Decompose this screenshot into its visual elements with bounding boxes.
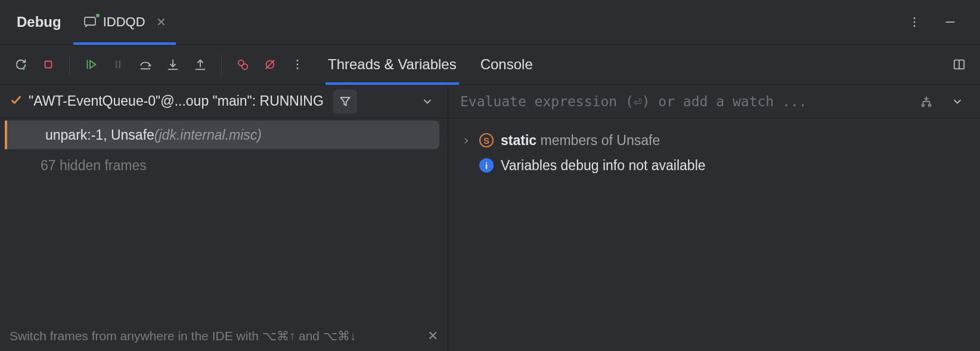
svg-rect-0 bbox=[85, 17, 95, 25]
run-config-tab-label: IDDQD bbox=[103, 14, 145, 30]
stop-button[interactable] bbox=[37, 53, 60, 76]
thread-dropdown-button[interactable] bbox=[417, 91, 438, 112]
svg-point-5 bbox=[23, 67, 25, 70]
more-actions-button[interactable] bbox=[286, 53, 309, 76]
main-split: "AWT-EventQueue-0"@...oup "main": RUNNIN… bbox=[0, 85, 980, 351]
svg-point-21 bbox=[297, 64, 299, 66]
frame-package: (jdk.internal.misc) bbox=[154, 127, 262, 143]
svg-point-28 bbox=[922, 104, 925, 106]
svg-marker-8 bbox=[90, 61, 95, 69]
svg-point-29 bbox=[929, 104, 931, 106]
svg-point-17 bbox=[242, 64, 247, 69]
tab-console-label: Console bbox=[480, 56, 533, 73]
minimize-button[interactable] bbox=[939, 11, 961, 33]
variable-static-label: static bbox=[501, 133, 536, 148]
info-badge-icon: i bbox=[479, 158, 494, 173]
svg-marker-25 bbox=[340, 97, 349, 105]
running-indicator-dot bbox=[95, 13, 101, 19]
close-tab-button[interactable]: ✕ bbox=[156, 15, 166, 29]
stack-frame[interactable]: unpark:-1, Unsafe (jdk.internal.misc) bbox=[5, 121, 439, 149]
step-into-button[interactable] bbox=[162, 53, 184, 76]
debug-toolbar: Threads & Variables Console bbox=[0, 45, 980, 85]
tab-threads-variables[interactable]: Threads & Variables bbox=[325, 45, 459, 84]
pause-button[interactable] bbox=[107, 53, 129, 76]
frames-panel: "AWT-EventQueue-0"@...oup "main": RUNNIN… bbox=[0, 85, 448, 351]
debug-tool-window-header: Debug IDDQD ✕ bbox=[0, 0, 980, 45]
svg-point-3 bbox=[914, 25, 916, 27]
svg-rect-6 bbox=[45, 61, 52, 68]
svg-point-2 bbox=[914, 21, 916, 23]
check-icon bbox=[10, 93, 23, 110]
svg-point-22 bbox=[297, 67, 299, 69]
run-config-icon bbox=[83, 15, 97, 29]
variable-row-static[interactable]: S static members of Unsafe bbox=[460, 128, 968, 153]
tip-bar: Switch frames from anywhere in the IDE w… bbox=[0, 321, 448, 351]
add-watch-button[interactable] bbox=[916, 91, 937, 112]
rerun-button[interactable] bbox=[10, 53, 32, 76]
mute-breakpoints-button[interactable] bbox=[259, 53, 281, 76]
svg-point-20 bbox=[297, 60, 299, 61]
thread-label[interactable]: "AWT-EventQueue-0"@...oup "main": RUNNIN… bbox=[29, 93, 324, 109]
run-config-tab[interactable]: IDDQD ✕ bbox=[73, 0, 176, 44]
step-over-button[interactable] bbox=[134, 53, 157, 76]
thread-selector-row: "AWT-EventQueue-0"@...oup "main": RUNNIN… bbox=[0, 85, 448, 118]
step-out-button[interactable] bbox=[189, 53, 212, 76]
tab-threads-variables-label: Threads & Variables bbox=[328, 56, 457, 73]
variables-panel: Evaluate expression (⏎) or add a watch .… bbox=[448, 85, 980, 351]
tool-window-title: Debug bbox=[5, 14, 73, 30]
static-badge-icon: S bbox=[479, 133, 494, 147]
variable-static-suffix: members of Unsafe bbox=[536, 133, 660, 148]
evaluate-expression-input[interactable]: Evaluate expression (⏎) or add a watch .… bbox=[460, 94, 906, 109]
tab-console[interactable]: Console bbox=[478, 45, 535, 84]
frames-list: unpark:-1, Unsafe (jdk.internal.misc) 67… bbox=[0, 118, 448, 321]
view-breakpoints-button[interactable] bbox=[231, 53, 254, 76]
svg-point-1 bbox=[914, 17, 916, 19]
layout-settings-button[interactable] bbox=[948, 53, 970, 76]
chevron-right-icon[interactable] bbox=[460, 133, 472, 149]
variables-dropdown-button[interactable] bbox=[947, 91, 968, 112]
more-options-button[interactable] bbox=[904, 11, 925, 33]
resume-button[interactable] bbox=[79, 53, 102, 76]
evaluate-row: Evaluate expression (⏎) or add a watch .… bbox=[448, 85, 980, 118]
variables-info-text: Variables debug info not available bbox=[501, 158, 706, 174]
filter-button[interactable] bbox=[333, 90, 357, 113]
frame-method: unpark:-1, Unsafe bbox=[45, 127, 154, 143]
variables-list: S static members of Unsafe i Variables d… bbox=[448, 118, 980, 187]
tip-close-button[interactable]: ✕ bbox=[427, 328, 438, 344]
hidden-frames-label[interactable]: 67 hidden frames bbox=[0, 158, 448, 174]
variable-row-info: i Variables debug info not available bbox=[460, 153, 968, 178]
tip-text: Switch frames from anywhere in the IDE w… bbox=[10, 329, 356, 343]
